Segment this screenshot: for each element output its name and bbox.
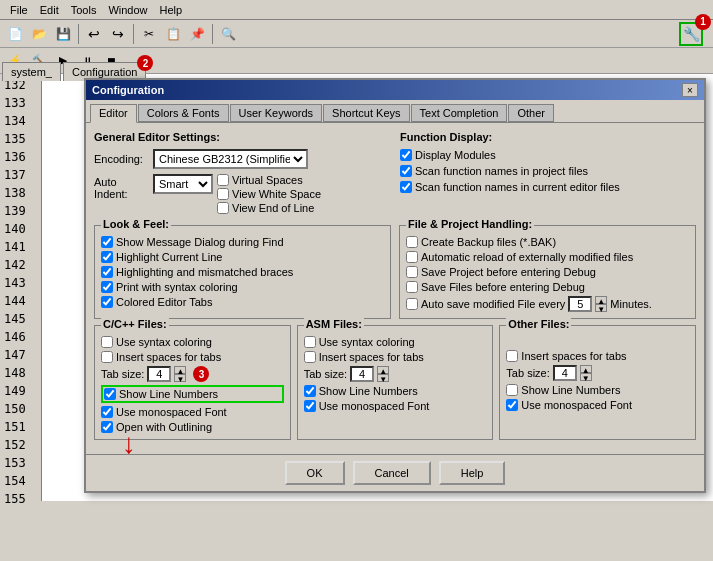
line-number: 152 bbox=[4, 436, 37, 454]
tab-system-label: system_ bbox=[11, 66, 52, 78]
menu-edit[interactable]: Edit bbox=[34, 4, 65, 16]
cpp-use-syntax-checkbox[interactable] bbox=[101, 336, 113, 348]
menu-file[interactable]: File bbox=[4, 4, 34, 16]
undo-icon[interactable]: ↩ bbox=[83, 23, 105, 45]
scan-current-checkbox[interactable] bbox=[400, 181, 412, 193]
view-end-of-line-checkbox[interactable] bbox=[217, 202, 229, 214]
save-project-label: Save Project before entering Debug bbox=[421, 266, 596, 278]
view-white-space-checkbox[interactable] bbox=[217, 188, 229, 200]
display-modules-label: Display Modules bbox=[415, 149, 496, 161]
new-file-icon[interactable]: 📄 bbox=[4, 23, 26, 45]
redo-icon[interactable]: ↪ bbox=[107, 23, 129, 45]
tab-system[interactable]: system_ bbox=[2, 62, 61, 81]
copy-icon[interactable]: 📋 bbox=[162, 23, 184, 45]
show-message-checkbox[interactable] bbox=[101, 236, 113, 248]
auto-reload-checkbox[interactable] bbox=[406, 251, 418, 263]
other-tab-size-input[interactable] bbox=[553, 365, 577, 381]
line-number: 135 bbox=[4, 130, 37, 148]
cpp-tab-size-input[interactable] bbox=[147, 366, 171, 382]
general-settings-header: General Editor Settings: bbox=[94, 131, 390, 143]
open-icon[interactable]: 📂 bbox=[28, 23, 50, 45]
cpp-outlining-checkbox[interactable] bbox=[101, 421, 113, 433]
asm-use-syntax-label: Use syntax coloring bbox=[319, 336, 415, 348]
cpp-monospaced-checkbox[interactable] bbox=[101, 406, 113, 418]
virtual-spaces-checkbox[interactable] bbox=[217, 174, 229, 186]
asm-tab-size-input[interactable] bbox=[350, 366, 374, 382]
cpp-tab-spin-down[interactable]: ▼ bbox=[174, 374, 186, 382]
show-message-label: Show Message Dialog during Find bbox=[116, 236, 284, 248]
line-number: 154 bbox=[4, 472, 37, 490]
dialog-close-button[interactable]: × bbox=[682, 83, 698, 97]
menu-window[interactable]: Window bbox=[102, 4, 153, 16]
other-show-line-numbers-checkbox[interactable] bbox=[506, 384, 518, 396]
other-tab-size-label: Tab size: bbox=[506, 367, 549, 379]
encoding-select[interactable]: Chinese GB2312 (Simplified) bbox=[153, 149, 308, 169]
asm-use-syntax-checkbox[interactable] bbox=[304, 336, 316, 348]
highlight-braces-checkbox[interactable] bbox=[101, 266, 113, 278]
tab-editor[interactable]: Editor bbox=[90, 104, 137, 123]
tab-other[interactable]: Other bbox=[508, 104, 554, 122]
cpp-tab-spin-up[interactable]: ▲ bbox=[174, 366, 186, 374]
asm-monospaced-checkbox[interactable] bbox=[304, 400, 316, 412]
cpp-monospaced-label: Use monospaced Font bbox=[116, 406, 227, 418]
print-syntax-checkbox[interactable] bbox=[101, 281, 113, 293]
other-tab-spin-up[interactable]: ▲ bbox=[580, 365, 592, 373]
display-modules-checkbox[interactable] bbox=[400, 149, 412, 161]
line-number: 148 bbox=[4, 364, 37, 382]
help-button[interactable]: Help bbox=[439, 461, 506, 485]
auto-indent-select[interactable]: Smart bbox=[153, 174, 213, 194]
scan-project-checkbox[interactable] bbox=[400, 165, 412, 177]
encoding-label: Encoding: bbox=[94, 153, 149, 165]
look-feel-title: Look & Feel: bbox=[101, 218, 171, 230]
dialog-titlebar: Configuration × bbox=[86, 80, 704, 100]
other-tab-spin-down[interactable]: ▼ bbox=[580, 373, 592, 381]
tab-text-completion[interactable]: Text Completion bbox=[411, 104, 508, 122]
annotation-badge-3: 3 bbox=[193, 366, 209, 382]
auto-save-spin-down[interactable]: ▼ bbox=[595, 304, 607, 312]
other-insert-spaces-checkbox[interactable] bbox=[506, 350, 518, 362]
auto-indent-label: Auto Indent: bbox=[94, 174, 149, 200]
line-number: 141 bbox=[4, 238, 37, 256]
line-number: 137 bbox=[4, 166, 37, 184]
auto-save-minutes-input[interactable] bbox=[568, 296, 592, 312]
auto-save-checkbox[interactable] bbox=[406, 298, 418, 310]
line-number: 140 bbox=[4, 220, 37, 238]
save-project-checkbox[interactable] bbox=[406, 266, 418, 278]
cancel-button[interactable]: Cancel bbox=[353, 461, 431, 485]
cut-icon[interactable]: ✂ bbox=[138, 23, 160, 45]
search-icon[interactable]: 🔍 bbox=[217, 23, 239, 45]
cpp-insert-spaces-checkbox[interactable] bbox=[101, 351, 113, 363]
asm-insert-spaces-label: Insert spaces for tabs bbox=[319, 351, 424, 363]
highlight-current-checkbox[interactable] bbox=[101, 251, 113, 263]
auto-save-spin-up[interactable]: ▲ bbox=[595, 296, 607, 304]
line-number: 143 bbox=[4, 274, 37, 292]
asm-tab-size-label: Tab size: bbox=[304, 368, 347, 380]
tab-user-keywords[interactable]: User Keywords bbox=[230, 104, 323, 122]
menu-help[interactable]: Help bbox=[154, 4, 189, 16]
menu-tools[interactable]: Tools bbox=[65, 4, 103, 16]
auto-reload-label: Automatic reload of externally modified … bbox=[421, 251, 633, 263]
print-syntax-label: Print with syntax coloring bbox=[116, 281, 238, 293]
save-files-checkbox[interactable] bbox=[406, 281, 418, 293]
asm-show-line-numbers-checkbox[interactable] bbox=[304, 385, 316, 397]
line-number: 134 bbox=[4, 112, 37, 130]
save-files-label: Save Files before entering Debug bbox=[421, 281, 585, 293]
tab-colors-fonts[interactable]: Colors & Fonts bbox=[138, 104, 229, 122]
ok-button[interactable]: OK bbox=[285, 461, 345, 485]
line-number: 145 bbox=[4, 310, 37, 328]
scan-project-label: Scan function names in project files bbox=[415, 165, 588, 177]
other-show-line-numbers-label: Show Line Numbers bbox=[521, 384, 620, 396]
line-number: 146 bbox=[4, 328, 37, 346]
asm-tab-spin-down[interactable]: ▼ bbox=[377, 374, 389, 382]
save-icon[interactable]: 💾 bbox=[52, 23, 74, 45]
colored-tabs-checkbox[interactable] bbox=[101, 296, 113, 308]
cpp-show-line-numbers-checkbox[interactable] bbox=[104, 388, 116, 400]
other-monospaced-checkbox[interactable] bbox=[506, 399, 518, 411]
asm-tab-spin-up[interactable]: ▲ bbox=[377, 366, 389, 374]
auto-save-minutes-label: Minutes. bbox=[610, 298, 652, 310]
create-backup-checkbox[interactable] bbox=[406, 236, 418, 248]
tab-shortcut-keys[interactable]: Shortcut Keys bbox=[323, 104, 409, 122]
cpp-insert-spaces-label: Insert spaces for tabs bbox=[116, 351, 221, 363]
asm-insert-spaces-checkbox[interactable] bbox=[304, 351, 316, 363]
paste-icon[interactable]: 📌 bbox=[186, 23, 208, 45]
